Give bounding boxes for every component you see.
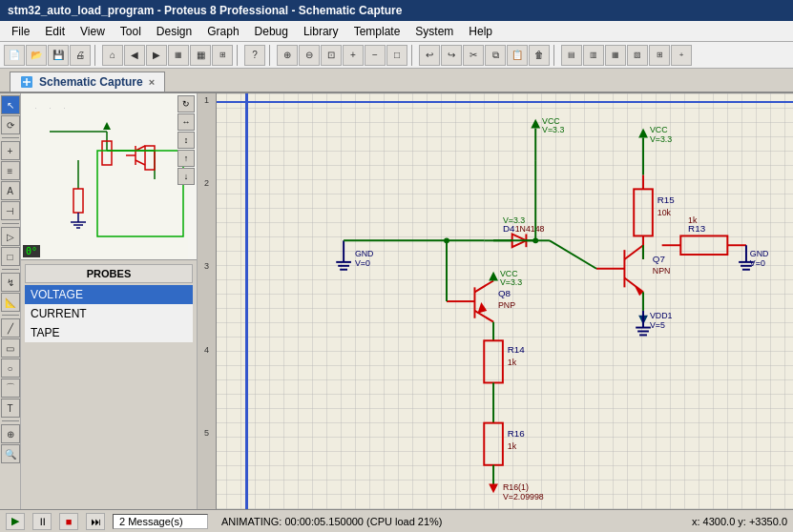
tb-select[interactable]: ▦: [190, 45, 211, 66]
draw-circle[interactable]: ○: [1, 358, 20, 378]
svg-rect-5: [50, 108, 51, 109]
component-tool[interactable]: ⟳: [1, 115, 20, 134]
r15-value: 10k: [657, 208, 672, 217]
menu-template[interactable]: Template: [346, 23, 408, 40]
tb-arrange2[interactable]: ▥: [583, 45, 604, 66]
r13-value: 1k: [688, 215, 698, 225]
r14-label: R14: [508, 344, 526, 355]
tb-delete[interactable]: 🗑: [529, 45, 550, 66]
menu-debug[interactable]: Debug: [247, 23, 296, 40]
new-button[interactable]: 📄: [4, 45, 25, 66]
vcc-arrow-2: [531, 119, 540, 129]
vdd-value: V=5: [650, 320, 665, 330]
schematic-icon: [20, 75, 33, 89]
tb-arrange6[interactable]: +: [671, 45, 692, 66]
menu-tool[interactable]: Tool: [113, 23, 149, 40]
select-tool[interactable]: ↖: [1, 95, 20, 114]
nav-panel: 0° ↻ ↔ ↕ ↑ ↓: [21, 93, 197, 260]
tab-close-button[interactable]: ×: [149, 76, 155, 88]
tb-snap[interactable]: ⊞: [212, 45, 233, 66]
menu-design[interactable]: Design: [149, 23, 199, 40]
print-button[interactable]: 🖨: [70, 45, 91, 66]
probe-tape[interactable]: TAPE: [25, 323, 193, 342]
label-tool[interactable]: A: [1, 181, 20, 200]
toolbar-sep-4: [411, 45, 415, 66]
tb-arrange5[interactable]: ⊞: [649, 45, 670, 66]
open-button[interactable]: 📂: [26, 45, 47, 66]
tb-grid[interactable]: ▦: [168, 45, 189, 66]
zoom-in-button[interactable]: ⊕: [277, 45, 298, 66]
q7-type: NPN: [653, 266, 671, 276]
snap-tool[interactable]: ⊕: [1, 424, 20, 443]
nav-move-up[interactable]: ↑: [177, 150, 195, 167]
tb-next[interactable]: ▶: [146, 45, 167, 66]
q8-type: PNP: [498, 300, 515, 310]
tb-cut[interactable]: ✂: [463, 45, 484, 66]
play-button[interactable]: ▶: [6, 513, 25, 530]
zoom-out-button[interactable]: ⊖: [299, 45, 320, 66]
stop-button[interactable]: ■: [59, 513, 78, 530]
r16-probe-value: V=2.09998: [503, 492, 544, 501]
tb-paste[interactable]: 📋: [507, 45, 528, 66]
tb-arrange1[interactable]: ▤: [561, 45, 582, 66]
terminal-tool[interactable]: ⊣: [1, 201, 20, 220]
port-tool[interactable]: ▷: [1, 227, 20, 246]
tb-arrange3[interactable]: ▦: [605, 45, 626, 66]
r16-label: R16: [508, 428, 526, 439]
menu-help[interactable]: Help: [461, 23, 500, 40]
menu-bar: File Edit View Tool Design Graph Debug L…: [0, 21, 793, 42]
draw-text[interactable]: T: [1, 399, 20, 418]
measure-tool[interactable]: 📐: [1, 293, 20, 312]
r16-body: [484, 423, 503, 465]
pause-button[interactable]: ⏸: [32, 513, 52, 530]
nav-flip-v[interactable]: ↕: [177, 132, 195, 149]
wire-tool[interactable]: +: [1, 141, 20, 160]
bus-tool[interactable]: ≡: [1, 161, 20, 180]
schematic-tab[interactable]: Schematic Capture ×: [10, 72, 165, 92]
tb-zoom2[interactable]: −: [365, 45, 386, 66]
probe-current[interactable]: CURRENT: [25, 304, 193, 323]
tb-copy[interactable]: ⧉: [485, 45, 506, 66]
probes-section: PROBES VOLTAGE CURRENT TAPE: [21, 260, 197, 346]
draw-box[interactable]: ▭: [1, 338, 20, 358]
probe-voltage[interactable]: VOLTAGE: [25, 285, 193, 304]
svg-rect-6: [64, 108, 65, 109]
zoom-tool[interactable]: 🔍: [1, 444, 20, 463]
ruler-4: 5: [198, 426, 216, 509]
r14-value: 1k: [508, 358, 517, 367]
ruler-2: 3: [198, 259, 216, 342]
menu-library[interactable]: Library: [296, 23, 346, 40]
ruler-0: 1: [198, 93, 216, 176]
q8-emit: [474, 311, 493, 322]
step-button[interactable]: ⏭: [86, 513, 105, 530]
menu-system[interactable]: System: [407, 23, 461, 40]
probe-tool[interactable]: ↯: [1, 273, 20, 292]
tab-label: Schematic Capture: [39, 75, 143, 89]
tb-zoombox[interactable]: □: [386, 45, 407, 66]
hier-tool[interactable]: □: [1, 247, 20, 266]
canvas-area[interactable]: 1 2 3 4 5 VCC V=3.3 VCC V=3.3: [198, 93, 793, 509]
menu-view[interactable]: View: [73, 23, 113, 40]
tb-prev[interactable]: ◀: [124, 45, 145, 66]
draw-arc[interactable]: ⌒: [1, 379, 20, 398]
tb-arrange4[interactable]: ▧: [627, 45, 648, 66]
nav-flip-h[interactable]: ↔: [177, 113, 195, 131]
save-button[interactable]: 💾: [48, 45, 69, 66]
tb-undo[interactable]: ↩: [419, 45, 440, 66]
q8-col: [474, 281, 493, 293]
d4-value: 1N4148: [515, 224, 545, 234]
tb-redo[interactable]: ↪: [441, 45, 462, 66]
draw-line[interactable]: ╱: [1, 318, 20, 338]
tb-home[interactable]: ⌂: [102, 45, 123, 66]
tb-zoom1[interactable]: +: [343, 45, 364, 66]
menu-edit[interactable]: Edit: [37, 23, 73, 40]
r16-probe-label: R16(1): [503, 482, 529, 492]
nav-move-dn[interactable]: ↓: [177, 168, 195, 185]
status-bar: ▶ ⏸ ■ ⏭ 2 Message(s) ANIMATING: 00:00:05…: [0, 509, 793, 532]
menu-file[interactable]: File: [4, 23, 37, 40]
nav-rotate-cw[interactable]: ↻: [177, 95, 195, 113]
nav-thumbnail[interactable]: 0°: [21, 93, 197, 259]
tb-help[interactable]: ?: [244, 45, 265, 66]
menu-graph[interactable]: Graph: [199, 23, 246, 40]
zoom-fit-button[interactable]: ⊡: [321, 45, 342, 66]
